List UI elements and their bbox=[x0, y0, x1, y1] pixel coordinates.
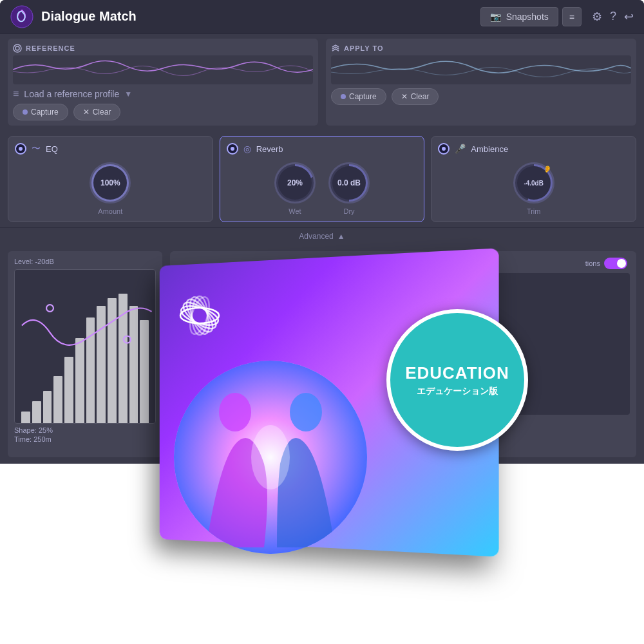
ambience-title: Ambience bbox=[471, 144, 508, 154]
headphone-icon: 👂 bbox=[544, 166, 551, 173]
svg-point-0 bbox=[11, 6, 33, 28]
title-bar: Dialogue Match 📷 Snapshots ≡ ⚙ ? ↩ bbox=[0, 0, 644, 33]
app-logo bbox=[10, 5, 33, 28]
eq-knobs: 100% Amount bbox=[15, 162, 206, 215]
eq-icon: 〜 bbox=[32, 143, 41, 155]
apply-to-buttons: Capture ✕ Clear bbox=[331, 88, 631, 105]
x-icon: ✕ bbox=[83, 108, 90, 117]
reverb-knobs: 20% Wet 0.0 dB Dry bbox=[227, 162, 418, 215]
ambience-knobs: -4.0dB 👂 Trim bbox=[438, 162, 629, 215]
svg-point-6 bbox=[180, 308, 219, 323]
reverb-wet-value: 20% bbox=[287, 178, 303, 187]
reverb-dry-knob-container: 0.0 dB Dry bbox=[328, 162, 370, 215]
effects-row: 〜 EQ 100% Amount ◎ Reverb bbox=[0, 131, 644, 227]
advanced-label: Advanced bbox=[299, 232, 333, 241]
card-logo-svg bbox=[167, 283, 232, 348]
reference-clear-button[interactable]: ✕ Clear bbox=[73, 104, 121, 120]
advanced-bar[interactable]: Advanced ▲ bbox=[0, 227, 644, 245]
reverb-wet-knob[interactable]: 20% bbox=[274, 162, 316, 204]
plugin-window: Dialogue Match 📷 Snapshots ≡ ⚙ ? ↩ ▼ REF… bbox=[0, 0, 644, 270]
reference-buttons: Capture ✕ Clear bbox=[13, 104, 313, 120]
reverb-dry-label: Dry bbox=[343, 207, 354, 215]
svg-point-1 bbox=[14, 44, 21, 52]
camera-icon: 📷 bbox=[490, 12, 501, 22]
ambience-enable-button[interactable] bbox=[438, 143, 450, 155]
svg-point-15 bbox=[290, 393, 322, 431]
eq-module-header: 〜 EQ bbox=[15, 143, 206, 155]
ambience-trim-knob-container: -4.0dB 👂 Trim bbox=[513, 162, 554, 215]
svg-point-2 bbox=[15, 46, 19, 50]
apply-to-capture-button[interactable]: Capture bbox=[331, 88, 386, 105]
reverb-enable-button[interactable] bbox=[227, 143, 238, 155]
reference-icon bbox=[13, 44, 22, 53]
snapshots-button[interactable]: 📷 Snapshots bbox=[480, 7, 558, 26]
reverb-wet-knob-container: 20% Wet bbox=[274, 162, 316, 215]
reference-capture-button[interactable]: Capture bbox=[13, 104, 68, 120]
ambience-icon: 🎤 bbox=[455, 144, 466, 154]
eq-enable-button[interactable] bbox=[15, 143, 26, 155]
load-profile-label: Load a reference profile bbox=[24, 89, 119, 99]
eq-amount-knob-container: 100% Amount bbox=[90, 162, 131, 215]
reference-menu-icon[interactable]: ≡ bbox=[13, 88, 19, 100]
card-circle-image bbox=[174, 361, 367, 554]
reverb-icon: ◎ bbox=[243, 144, 251, 154]
app-title: Dialogue Match bbox=[41, 9, 480, 24]
settings-icon[interactable]: ⚙ bbox=[592, 10, 602, 24]
reverb-dry-knob[interactable]: 0.0 dB bbox=[328, 162, 370, 204]
apply-to-icon bbox=[331, 44, 340, 53]
audio-panels-row: REFERENCE ≡ Load a reference profile ▼ C… bbox=[0, 33, 644, 131]
help-icon[interactable]: ? bbox=[610, 10, 616, 23]
reverb-dry-value: 0.0 dB bbox=[337, 178, 361, 187]
capture-dot2-icon bbox=[341, 94, 346, 99]
load-profile-dropdown[interactable]: Load a reference profile ▼ bbox=[24, 89, 313, 99]
advanced-arrow-icon: ▲ bbox=[337, 232, 345, 241]
apply-to-panel: APPLY TO Capture ✕ Clear bbox=[326, 39, 636, 126]
svg-point-11 bbox=[192, 296, 207, 335]
eq-module: 〜 EQ 100% Amount bbox=[8, 136, 213, 222]
education-overlay: EDUCATION エデュケーション版 bbox=[0, 245, 644, 644]
badge-subtitle: エデュケーション版 bbox=[417, 386, 498, 397]
reverb-module-header: ◎ Reverb bbox=[227, 143, 418, 155]
eq-amount-knob[interactable]: 100% bbox=[90, 162, 131, 204]
eq-amount-value: 100% bbox=[100, 178, 120, 187]
reverb-module: ◎ Reverb 20% Wet 0.0 dB bbox=[220, 136, 425, 222]
undo-icon[interactable]: ↩ bbox=[624, 10, 634, 24]
title-icons: ⚙ ? ↩ bbox=[592, 10, 634, 24]
card-people-svg bbox=[174, 361, 367, 554]
ambience-module-header: 🎤 Ambience bbox=[438, 143, 629, 155]
hamburger-icon: ≡ bbox=[569, 12, 574, 22]
apply-to-waveform bbox=[331, 55, 631, 84]
capture-label: Capture bbox=[31, 108, 59, 117]
clear-label: Clear bbox=[93, 108, 111, 117]
apply-to-clear-button[interactable]: ✕ Clear bbox=[392, 88, 439, 105]
eq-title: EQ bbox=[46, 144, 58, 154]
eq-amount-label: Amount bbox=[98, 207, 122, 215]
load-chevron-icon: ▼ bbox=[124, 90, 132, 99]
reverb-wet-label: Wet bbox=[289, 207, 301, 215]
capture-dot-icon bbox=[23, 109, 28, 115]
snapshots-label: Snapshots bbox=[506, 12, 549, 22]
apply-capture-label: Capture bbox=[349, 92, 377, 101]
reference-panel-label: REFERENCE bbox=[13, 44, 313, 53]
apply-to-panel-label: APPLY TO bbox=[331, 44, 631, 53]
reference-waveform bbox=[13, 55, 313, 84]
svg-point-16 bbox=[251, 425, 290, 489]
svg-point-14 bbox=[219, 393, 251, 431]
menu-button[interactable]: ≡ bbox=[562, 7, 582, 26]
card-logo bbox=[167, 283, 245, 361]
reference-controls: ≡ Load a reference profile ▼ bbox=[13, 88, 313, 100]
product-card: EDUCATION エデュケーション版 bbox=[116, 258, 528, 592]
ambience-trim-label: Trim bbox=[527, 207, 541, 215]
education-badge: EDUCATION エデュケーション版 bbox=[386, 309, 528, 451]
x2-icon: ✕ bbox=[401, 92, 408, 101]
ambience-trim-value: -4.0dB bbox=[524, 180, 544, 187]
ambience-module: 🎤 Ambience -4.0dB 👂 Trim bbox=[431, 136, 636, 222]
reference-panel: REFERENCE ≡ Load a reference profile ▼ C… bbox=[8, 39, 318, 126]
reverb-title: Reverb bbox=[256, 144, 283, 154]
ambience-trim-knob[interactable]: -4.0dB 👂 bbox=[513, 162, 554, 204]
apply-clear-label: Clear bbox=[411, 92, 430, 101]
badge-title: EDUCATION bbox=[405, 363, 509, 383]
